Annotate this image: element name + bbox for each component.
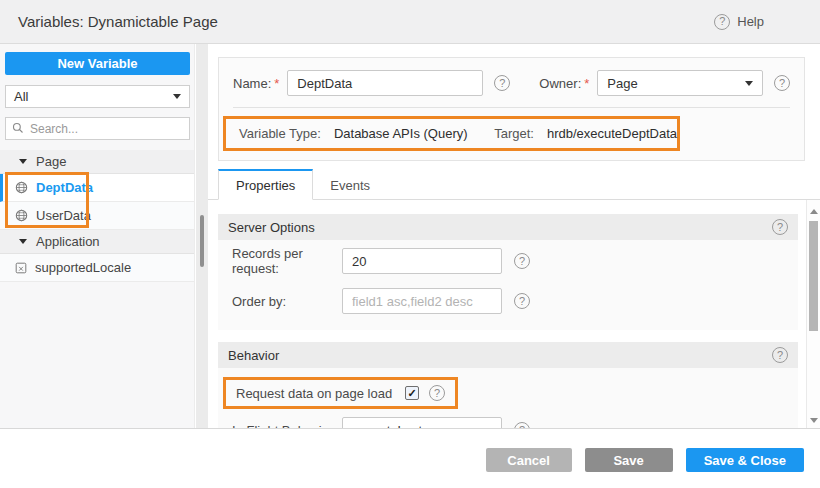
variable-type-group: Variable Type: Database APIs (Query) xyxy=(239,126,494,141)
order-by-row: Order by: ? xyxy=(232,288,798,314)
variable-type-value: Database APIs (Query) xyxy=(334,126,468,141)
search-icon xyxy=(12,122,24,134)
save-button[interactable]: Save xyxy=(585,448,673,472)
request-on-load-highlight-box: Request data on page load ✓ ? xyxy=(223,377,458,409)
name-input[interactable] xyxy=(287,70,483,96)
help-icon: ? xyxy=(714,14,730,30)
tree-item-label: DeptData xyxy=(36,180,93,195)
save-and-close-button[interactable]: Save & Close xyxy=(686,448,804,472)
model-variable-icon xyxy=(15,262,27,274)
variable-filter-select[interactable]: All xyxy=(5,85,190,108)
tab-events[interactable]: Events xyxy=(313,171,387,199)
service-variable-icon xyxy=(15,181,28,194)
name-label: Name:* xyxy=(233,76,279,91)
page-title: Variables: Dynamictable Page xyxy=(18,13,218,30)
variable-detail-panel: Name:* ? Owner:* Page ? Variable Type: D… xyxy=(208,44,820,428)
order-by-input[interactable] xyxy=(342,288,502,314)
page-header: Variables: Dynamictable Page ? Help xyxy=(0,0,820,44)
dialog-body: New Variable All Page DeptData xyxy=(0,44,820,428)
owner-label: Owner:* xyxy=(539,76,589,91)
behavior-title: Behavior xyxy=(228,348,279,363)
tree-group-application[interactable]: Application xyxy=(0,230,194,254)
help-button[interactable]: ? Help xyxy=(714,14,764,30)
name-owner-row: Name:* ? Owner:* Page ? xyxy=(219,58,804,96)
search-box xyxy=(5,117,190,140)
in-flight-behavior-row: In Flight Behavior: executeLast ? xyxy=(232,417,798,428)
tree-item-label: supportedLocale xyxy=(35,260,131,275)
owner-selected-value: Page xyxy=(607,76,637,91)
server-options-title: Server Options xyxy=(228,220,315,235)
cancel-button[interactable]: Cancel xyxy=(486,448,572,472)
order-by-help-icon[interactable]: ? xyxy=(514,293,530,309)
owner-select[interactable]: Page xyxy=(597,70,763,96)
variable-type-label: Variable Type: xyxy=(239,126,321,141)
detail-tabs: Properties Events xyxy=(208,170,820,200)
scroll-up-arrow-icon[interactable] xyxy=(810,209,818,214)
check-icon: ✓ xyxy=(408,387,417,400)
scroll-down-arrow-icon[interactable] xyxy=(810,418,818,423)
variable-summary-panel: Name:* ? Owner:* Page ? Variable Type: D… xyxy=(218,57,805,161)
server-options-help-icon[interactable]: ? xyxy=(772,219,788,235)
required-marker: * xyxy=(274,76,279,91)
target-value: hrdb/executeDeptData xyxy=(547,126,677,141)
server-options-body: Records per request: ? Order by: ? xyxy=(218,240,798,330)
server-options-header: Server Options ? xyxy=(218,214,798,240)
owner-help-icon[interactable]: ? xyxy=(774,75,790,91)
records-per-request-row: Records per request: ? xyxy=(232,246,798,276)
divider xyxy=(233,107,790,108)
service-variable-icon xyxy=(15,209,28,222)
dialog-footer: Cancel Save Save & Close xyxy=(0,428,820,488)
in-flight-behavior-select[interactable]: executeLast xyxy=(342,417,502,428)
properties-scroll-area: Server Options ? Records per request: ? … xyxy=(208,200,820,428)
properties-scrollbar-thumb[interactable] xyxy=(809,221,818,331)
collapse-arrow-icon xyxy=(19,159,27,164)
tree-item-supportedlocale[interactable]: supportedLocale xyxy=(0,254,194,282)
variable-type-highlight-box: Variable Type: Database APIs (Query) Tar… xyxy=(223,116,680,151)
tree-item-label: UserData xyxy=(36,208,91,223)
search-input[interactable] xyxy=(5,117,190,140)
help-label: Help xyxy=(737,14,764,29)
chevron-down-icon xyxy=(745,81,753,86)
chevron-down-icon xyxy=(173,94,181,99)
required-marker: * xyxy=(584,76,589,91)
tab-properties[interactable]: Properties xyxy=(218,169,313,200)
request-on-load-label: Request data on page load xyxy=(236,386,392,401)
tree-group-label: Application xyxy=(36,234,100,249)
tree-group-page[interactable]: Page xyxy=(0,150,194,174)
behavior-help-icon[interactable]: ? xyxy=(772,347,788,363)
behavior-body: Request data on page load ✓ ? In Flight … xyxy=(218,368,798,428)
variables-dialog: Variables: Dynamictable Page ? Help New … xyxy=(0,0,820,488)
target-group: Target: hrdb/executeDeptData xyxy=(494,126,677,141)
filter-selected-value: All xyxy=(14,89,28,104)
variables-tree: Page DeptData UserData Application suppo… xyxy=(0,150,194,282)
target-label: Target: xyxy=(494,126,534,141)
new-variable-button[interactable]: New Variable xyxy=(5,52,190,75)
tree-item-userdata[interactable]: UserData xyxy=(0,202,194,230)
request-on-load-checkbox[interactable]: ✓ xyxy=(405,386,419,400)
behavior-header: Behavior ? xyxy=(218,342,798,368)
name-help-icon[interactable]: ? xyxy=(494,75,510,91)
collapse-arrow-icon xyxy=(19,239,27,244)
variables-sidebar: New Variable All Page DeptData xyxy=(0,44,195,428)
properties-scrollbar[interactable] xyxy=(806,200,820,428)
records-per-request-label: Records per request: xyxy=(232,246,342,276)
server-options-section: Server Options ? Records per request: ? … xyxy=(218,214,798,330)
sidebar-scrollbar-thumb[interactable] xyxy=(200,215,204,267)
sidebar-scrollbar[interactable] xyxy=(196,44,208,428)
tree-item-deptdata[interactable]: DeptData xyxy=(0,174,194,202)
order-by-label: Order by: xyxy=(232,294,342,309)
behavior-section: Behavior ? Request data on page load ✓ ?… xyxy=(218,342,798,428)
records-per-request-help-icon[interactable]: ? xyxy=(514,253,530,269)
tree-group-label: Page xyxy=(36,154,66,169)
request-on-load-help-icon[interactable]: ? xyxy=(429,385,445,401)
records-per-request-input[interactable] xyxy=(342,248,502,274)
